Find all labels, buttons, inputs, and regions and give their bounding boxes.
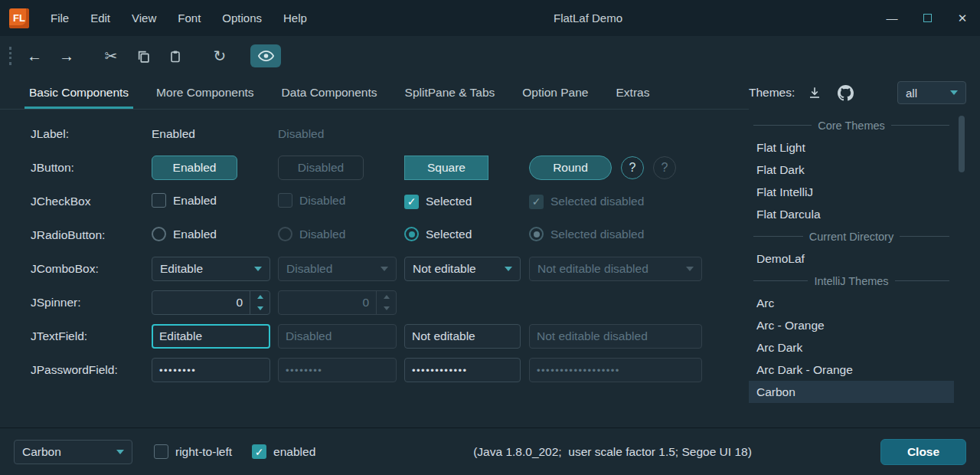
cut-button[interactable]: ✂ <box>97 44 125 67</box>
checkbox-label: Disabled <box>299 194 345 208</box>
theme-item-flat-darcula[interactable]: Flat Darcula <box>749 203 954 225</box>
close-window-button[interactable]: ✕ <box>945 0 980 36</box>
theme-combobox[interactable]: Carbon <box>14 440 132 464</box>
round-button[interactable]: Round <box>529 156 612 180</box>
paste-button[interactable] <box>162 44 189 67</box>
radio-selected[interactable]: Selected <box>404 227 472 241</box>
spinner-down-button[interactable] <box>250 303 270 314</box>
passwordfield-not-editable[interactable]: •••••••••••• <box>404 358 521 382</box>
combobox-editable[interactable]: Editable <box>152 257 270 281</box>
label-enabled: Enabled <box>152 127 195 140</box>
github-button[interactable] <box>835 82 856 103</box>
combobox-not-editable[interactable]: Not editable <box>404 257 521 281</box>
theme-item-carbon[interactable]: Carbon <box>749 381 954 403</box>
system-info-label: (Java 1.8.0_202; user scale factor 1.5; … <box>473 445 752 459</box>
spinner-enabled[interactable]: 0 <box>152 290 270 315</box>
radio-circle <box>529 227 544 241</box>
disabled-button: Disabled <box>278 156 364 180</box>
textfield-not-editable[interactable]: Not editable <box>404 324 521 349</box>
themes-filter-combobox[interactable]: all <box>897 81 966 104</box>
menu-view[interactable]: View <box>121 0 167 36</box>
checkbox-box[interactable] <box>152 193 166 208</box>
help-button[interactable]: ? <box>621 156 644 179</box>
jbutton-row: JButton: Enabled Disabled Square Round ?… <box>31 151 749 185</box>
show-hints-toggle-button[interactable] <box>250 44 281 67</box>
close-button[interactable]: Close <box>880 439 966 465</box>
spinner-arrows <box>250 291 270 314</box>
themes-panel: Themes: all Core Themes Flat Light Flat … <box>749 76 980 428</box>
theme-item-flat-light[interactable]: Flat Light <box>749 136 954 159</box>
checkbox-label: Selected disabled <box>550 195 644 208</box>
radio-circle[interactable] <box>404 227 419 241</box>
refresh-button[interactable]: ↻ <box>206 44 234 67</box>
spinner-up-button[interactable] <box>250 291 270 303</box>
combobox-value: Disabled <box>286 262 332 276</box>
radio-enabled[interactable]: Enabled <box>152 227 217 241</box>
window-title: FlatLaf Demo <box>554 11 622 25</box>
spinner-down-button <box>377 303 396 314</box>
jcombobox-row: JComboBox: Editable Disabled Not editabl… <box>31 252 749 286</box>
themes-scrollbar[interactable] <box>959 116 965 426</box>
help-button-disabled: ? <box>653 156 676 179</box>
square-button[interactable]: Square <box>404 156 488 180</box>
checkbox-enabled[interactable]: Enabled <box>152 193 217 208</box>
back-button[interactable]: ← <box>21 44 48 67</box>
theme-item-flat-dark[interactable]: Flat Dark <box>749 159 954 181</box>
tabstrip: Basic Components More Components Data Co… <box>0 76 749 110</box>
maximize-button[interactable] <box>910 0 945 36</box>
tab-basic-components[interactable]: Basic Components <box>15 76 142 109</box>
toolbar-grip[interactable] <box>9 47 11 65</box>
checkbox-box[interactable]: ✓ <box>404 195 419 209</box>
enabled-button[interactable]: Enabled <box>152 156 237 180</box>
jradiobutton-row: JRadioButton: Enabled Disabled Selected … <box>31 218 749 252</box>
tab-option-pane[interactable]: Option Pane <box>508 76 602 109</box>
menu-file[interactable]: File <box>40 0 80 36</box>
themes-list: Core Themes Flat Light Flat Dark Flat In… <box>749 114 966 428</box>
menu-help[interactable]: Help <box>273 0 318 36</box>
checkbox-box[interactable]: ✓ <box>252 444 266 459</box>
scrollbar-thumb[interactable] <box>959 116 965 172</box>
tab-data-components[interactable]: Data Components <box>268 76 391 109</box>
passwordfield-not-editable-disabled: •••••••••••••••••• <box>529 358 702 382</box>
checkbox-selected[interactable]: ✓Selected <box>404 195 472 209</box>
enabled-checkbox[interactable]: ✓ enabled <box>252 444 315 459</box>
rtl-checkbox[interactable]: right-to-left <box>154 444 232 459</box>
radio-circle[interactable] <box>152 227 166 241</box>
theme-item-flat-intellij[interactable]: Flat IntelliJ <box>749 181 954 203</box>
rtl-checkbox-label: right-to-left <box>175 445 232 459</box>
passwordfield-enabled[interactable]: •••••••• <box>152 358 270 382</box>
statusbar: Carbon right-to-left ✓ enabled (Java 1.8… <box>0 428 980 475</box>
menu-options[interactable]: Options <box>211 0 273 36</box>
theme-item-arc-orange[interactable]: Arc - Orange <box>749 314 954 336</box>
jlabel-row: JLabel: Enabled Disabled <box>31 117 749 151</box>
theme-item-arc-dark[interactable]: Arc Dark <box>749 336 954 359</box>
minimize-button[interactable]: — <box>874 0 910 36</box>
tab-extras[interactable]: Extras <box>603 76 664 109</box>
menu-font[interactable]: Font <box>167 0 211 36</box>
spinner-value[interactable]: 0 <box>152 291 250 314</box>
enabled-checkbox-label: enabled <box>273 445 315 459</box>
radio-disabled: Disabled <box>278 227 345 241</box>
forward-button[interactable]: → <box>53 44 80 67</box>
textfield-editable[interactable]: Editable <box>152 324 270 349</box>
radio-label: Selected disabled <box>550 228 644 241</box>
tab-splitpane-tabs[interactable]: SplitPane & Tabs <box>391 76 509 109</box>
tab-more-components[interactable]: More Components <box>142 76 268 109</box>
checkbox-box[interactable] <box>154 444 168 459</box>
left-panel: Basic Components More Components Data Co… <box>0 76 749 428</box>
radio-selected-disabled: Selected disabled <box>529 227 644 241</box>
check-icon: ✓ <box>407 196 416 207</box>
theme-item-arc[interactable]: Arc <box>749 292 954 314</box>
theme-item-demolaf[interactable]: DemoLaf <box>749 247 954 270</box>
triangle-down-icon <box>384 306 390 310</box>
checkbox-selected-disabled: ✓Selected disabled <box>529 195 644 209</box>
triangle-up-icon <box>257 295 263 299</box>
theme-item-arc-dark-orange[interactable]: Arc Dark - Orange <box>749 359 954 381</box>
textfield-not-editable-disabled: Not editable disabled <box>529 324 702 349</box>
forward-arrow-icon: → <box>59 48 74 65</box>
triangle-up-icon <box>384 295 390 299</box>
download-themes-button[interactable] <box>804 82 825 103</box>
copy-button[interactable] <box>129 44 157 67</box>
menu-edit[interactable]: Edit <box>80 0 121 36</box>
minimize-icon: — <box>887 11 898 25</box>
